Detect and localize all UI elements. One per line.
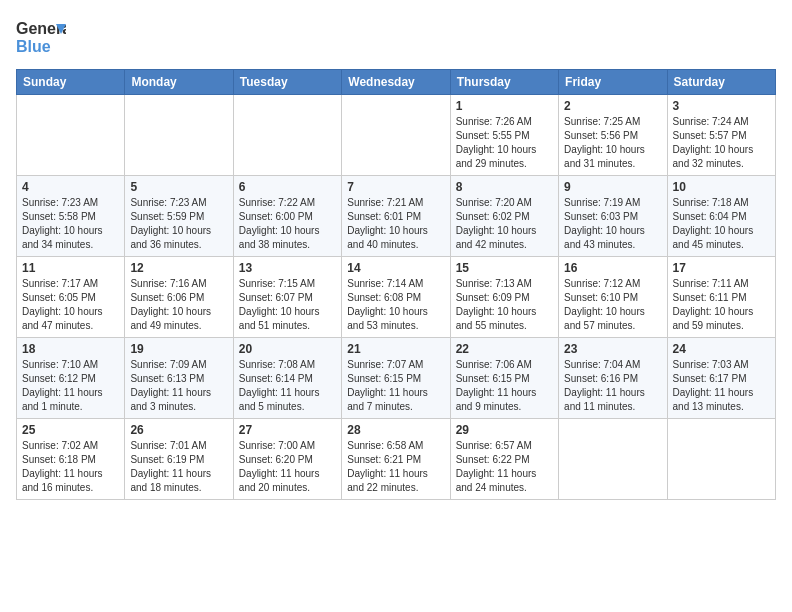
day-cell — [17, 95, 125, 176]
day-info: Sunrise: 7:19 AM Sunset: 6:03 PM Dayligh… — [564, 196, 661, 252]
day-info: Sunrise: 7:01 AM Sunset: 6:19 PM Dayligh… — [130, 439, 227, 495]
day-info: Sunrise: 7:23 AM Sunset: 5:59 PM Dayligh… — [130, 196, 227, 252]
day-number: 5 — [130, 180, 227, 194]
day-number: 8 — [456, 180, 553, 194]
day-cell: 28Sunrise: 6:58 AM Sunset: 6:21 PM Dayli… — [342, 419, 450, 500]
day-cell: 25Sunrise: 7:02 AM Sunset: 6:18 PM Dayli… — [17, 419, 125, 500]
day-info: Sunrise: 7:21 AM Sunset: 6:01 PM Dayligh… — [347, 196, 444, 252]
day-cell: 23Sunrise: 7:04 AM Sunset: 6:16 PM Dayli… — [559, 338, 667, 419]
day-number: 27 — [239, 423, 336, 437]
day-number: 24 — [673, 342, 770, 356]
svg-text:Blue: Blue — [16, 38, 51, 55]
day-info: Sunrise: 7:06 AM Sunset: 6:15 PM Dayligh… — [456, 358, 553, 414]
day-number: 3 — [673, 99, 770, 113]
logo-icon: GeneralBlue — [16, 16, 66, 61]
day-cell: 3Sunrise: 7:24 AM Sunset: 5:57 PM Daylig… — [667, 95, 775, 176]
day-info: Sunrise: 7:04 AM Sunset: 6:16 PM Dayligh… — [564, 358, 661, 414]
day-cell: 8Sunrise: 7:20 AM Sunset: 6:02 PM Daylig… — [450, 176, 558, 257]
day-cell: 24Sunrise: 7:03 AM Sunset: 6:17 PM Dayli… — [667, 338, 775, 419]
weekday-header-wednesday: Wednesday — [342, 70, 450, 95]
day-info: Sunrise: 7:24 AM Sunset: 5:57 PM Dayligh… — [673, 115, 770, 171]
day-cell: 5Sunrise: 7:23 AM Sunset: 5:59 PM Daylig… — [125, 176, 233, 257]
day-info: Sunrise: 7:23 AM Sunset: 5:58 PM Dayligh… — [22, 196, 119, 252]
day-number: 29 — [456, 423, 553, 437]
day-info: Sunrise: 7:15 AM Sunset: 6:07 PM Dayligh… — [239, 277, 336, 333]
day-cell: 15Sunrise: 7:13 AM Sunset: 6:09 PM Dayli… — [450, 257, 558, 338]
week-row-1: 1Sunrise: 7:26 AM Sunset: 5:55 PM Daylig… — [17, 95, 776, 176]
day-info: Sunrise: 7:10 AM Sunset: 6:12 PM Dayligh… — [22, 358, 119, 414]
day-info: Sunrise: 7:09 AM Sunset: 6:13 PM Dayligh… — [130, 358, 227, 414]
weekday-header-sunday: Sunday — [17, 70, 125, 95]
day-info: Sunrise: 7:25 AM Sunset: 5:56 PM Dayligh… — [564, 115, 661, 171]
day-cell: 29Sunrise: 6:57 AM Sunset: 6:22 PM Dayli… — [450, 419, 558, 500]
day-cell: 20Sunrise: 7:08 AM Sunset: 6:14 PM Dayli… — [233, 338, 341, 419]
day-cell: 4Sunrise: 7:23 AM Sunset: 5:58 PM Daylig… — [17, 176, 125, 257]
day-cell — [559, 419, 667, 500]
day-number: 7 — [347, 180, 444, 194]
day-number: 9 — [564, 180, 661, 194]
weekday-header-thursday: Thursday — [450, 70, 558, 95]
weekday-header-monday: Monday — [125, 70, 233, 95]
day-info: Sunrise: 6:57 AM Sunset: 6:22 PM Dayligh… — [456, 439, 553, 495]
day-cell: 19Sunrise: 7:09 AM Sunset: 6:13 PM Dayli… — [125, 338, 233, 419]
day-number: 20 — [239, 342, 336, 356]
day-info: Sunrise: 7:07 AM Sunset: 6:15 PM Dayligh… — [347, 358, 444, 414]
weekday-header-friday: Friday — [559, 70, 667, 95]
day-cell: 14Sunrise: 7:14 AM Sunset: 6:08 PM Dayli… — [342, 257, 450, 338]
day-info: Sunrise: 7:20 AM Sunset: 6:02 PM Dayligh… — [456, 196, 553, 252]
day-cell: 9Sunrise: 7:19 AM Sunset: 6:03 PM Daylig… — [559, 176, 667, 257]
day-info: Sunrise: 7:00 AM Sunset: 6:20 PM Dayligh… — [239, 439, 336, 495]
day-number: 17 — [673, 261, 770, 275]
week-row-2: 4Sunrise: 7:23 AM Sunset: 5:58 PM Daylig… — [17, 176, 776, 257]
day-number: 23 — [564, 342, 661, 356]
day-cell: 12Sunrise: 7:16 AM Sunset: 6:06 PM Dayli… — [125, 257, 233, 338]
day-info: Sunrise: 7:17 AM Sunset: 6:05 PM Dayligh… — [22, 277, 119, 333]
week-row-3: 11Sunrise: 7:17 AM Sunset: 6:05 PM Dayli… — [17, 257, 776, 338]
day-cell: 6Sunrise: 7:22 AM Sunset: 6:00 PM Daylig… — [233, 176, 341, 257]
day-cell — [342, 95, 450, 176]
day-cell: 18Sunrise: 7:10 AM Sunset: 6:12 PM Dayli… — [17, 338, 125, 419]
day-number: 12 — [130, 261, 227, 275]
header: GeneralBlue — [16, 16, 776, 61]
week-row-4: 18Sunrise: 7:10 AM Sunset: 6:12 PM Dayli… — [17, 338, 776, 419]
day-number: 1 — [456, 99, 553, 113]
day-cell: 21Sunrise: 7:07 AM Sunset: 6:15 PM Dayli… — [342, 338, 450, 419]
day-cell: 11Sunrise: 7:17 AM Sunset: 6:05 PM Dayli… — [17, 257, 125, 338]
day-number: 18 — [22, 342, 119, 356]
day-info: Sunrise: 7:08 AM Sunset: 6:14 PM Dayligh… — [239, 358, 336, 414]
logo: GeneralBlue — [16, 16, 66, 61]
weekday-header-saturday: Saturday — [667, 70, 775, 95]
day-cell: 26Sunrise: 7:01 AM Sunset: 6:19 PM Dayli… — [125, 419, 233, 500]
day-info: Sunrise: 7:14 AM Sunset: 6:08 PM Dayligh… — [347, 277, 444, 333]
day-cell: 7Sunrise: 7:21 AM Sunset: 6:01 PM Daylig… — [342, 176, 450, 257]
day-number: 11 — [22, 261, 119, 275]
day-cell: 1Sunrise: 7:26 AM Sunset: 5:55 PM Daylig… — [450, 95, 558, 176]
day-cell: 13Sunrise: 7:15 AM Sunset: 6:07 PM Dayli… — [233, 257, 341, 338]
day-number: 10 — [673, 180, 770, 194]
day-number: 25 — [22, 423, 119, 437]
day-cell: 16Sunrise: 7:12 AM Sunset: 6:10 PM Dayli… — [559, 257, 667, 338]
day-number: 21 — [347, 342, 444, 356]
day-number: 6 — [239, 180, 336, 194]
day-number: 26 — [130, 423, 227, 437]
day-info: Sunrise: 7:26 AM Sunset: 5:55 PM Dayligh… — [456, 115, 553, 171]
day-number: 16 — [564, 261, 661, 275]
day-cell: 10Sunrise: 7:18 AM Sunset: 6:04 PM Dayli… — [667, 176, 775, 257]
day-cell — [125, 95, 233, 176]
week-row-5: 25Sunrise: 7:02 AM Sunset: 6:18 PM Dayli… — [17, 419, 776, 500]
calendar-table: SundayMondayTuesdayWednesdayThursdayFrid… — [16, 69, 776, 500]
day-cell — [667, 419, 775, 500]
day-info: Sunrise: 7:11 AM Sunset: 6:11 PM Dayligh… — [673, 277, 770, 333]
day-cell: 27Sunrise: 7:00 AM Sunset: 6:20 PM Dayli… — [233, 419, 341, 500]
day-number: 13 — [239, 261, 336, 275]
day-info: Sunrise: 7:03 AM Sunset: 6:17 PM Dayligh… — [673, 358, 770, 414]
day-number: 4 — [22, 180, 119, 194]
day-info: Sunrise: 7:18 AM Sunset: 6:04 PM Dayligh… — [673, 196, 770, 252]
weekday-header-row: SundayMondayTuesdayWednesdayThursdayFrid… — [17, 70, 776, 95]
day-cell: 17Sunrise: 7:11 AM Sunset: 6:11 PM Dayli… — [667, 257, 775, 338]
day-number: 19 — [130, 342, 227, 356]
day-number: 14 — [347, 261, 444, 275]
weekday-header-tuesday: Tuesday — [233, 70, 341, 95]
day-info: Sunrise: 7:13 AM Sunset: 6:09 PM Dayligh… — [456, 277, 553, 333]
day-cell: 2Sunrise: 7:25 AM Sunset: 5:56 PM Daylig… — [559, 95, 667, 176]
